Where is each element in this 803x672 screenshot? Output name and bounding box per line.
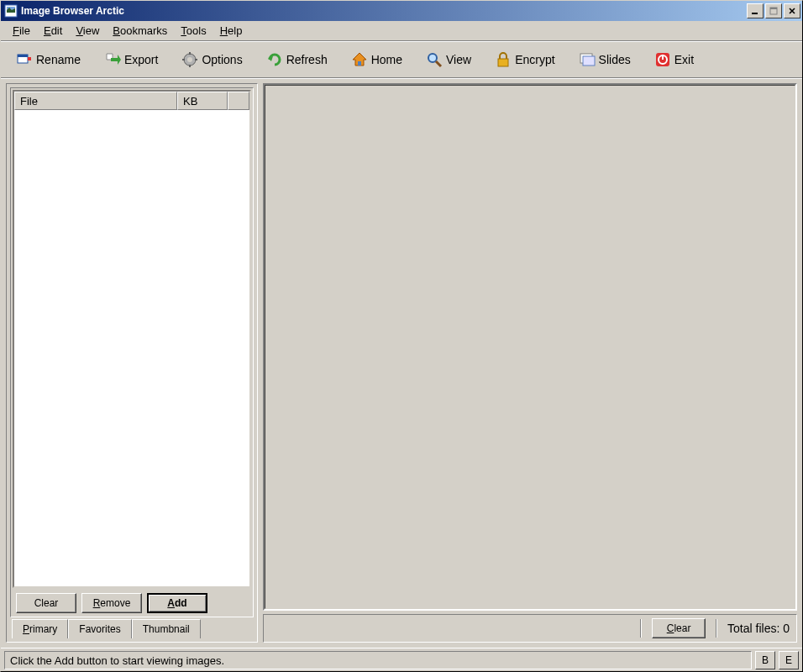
- svg-line-16: [436, 61, 441, 66]
- svg-rect-19: [583, 56, 595, 66]
- rename-label: Rename: [36, 53, 81, 66]
- view-label: View: [446, 53, 471, 66]
- content-area: File KB Clear Remove Add Primary Favorit…: [1, 78, 802, 648]
- remove-button[interactable]: Remove: [81, 593, 142, 613]
- slides-icon: [579, 51, 596, 68]
- app-icon: [4, 4, 18, 18]
- status-text: Click the Add button to start viewing im…: [4, 651, 752, 669]
- titlebar-text: Image Browser Arctic: [21, 5, 745, 17]
- svg-rect-17: [498, 59, 508, 66]
- svg-point-15: [428, 54, 437, 62]
- clear-button[interactable]: Clear: [16, 593, 76, 613]
- menu-tools[interactable]: Tools: [174, 22, 213, 39]
- col-file[interactable]: File: [14, 92, 177, 110]
- statusbar: Click the Add button to start viewing im…: [1, 648, 802, 671]
- right-pane: Clear Total files: 0: [263, 83, 797, 643]
- menu-file[interactable]: File: [6, 22, 37, 39]
- svg-rect-6: [18, 55, 28, 57]
- titlebar: Image Browser Arctic: [1, 1, 802, 21]
- refresh-label: Refresh: [286, 53, 328, 66]
- export-button[interactable]: Export: [96, 48, 166, 71]
- lock-icon: [495, 51, 512, 68]
- svg-rect-4: [770, 8, 777, 9]
- minimize-button[interactable]: [747, 3, 764, 18]
- list-body[interactable]: [14, 110, 249, 586]
- refresh-button[interactable]: Refresh: [258, 48, 336, 71]
- export-icon: [104, 51, 121, 68]
- menubar: File Edit View Bookmarks Tools Help: [1, 21, 802, 41]
- left-button-row: Clear Remove Add: [13, 588, 251, 615]
- col-extra[interactable]: [228, 92, 249, 110]
- menu-help[interactable]: Help: [213, 22, 249, 39]
- refresh-icon: [266, 51, 283, 68]
- menu-edit[interactable]: Edit: [37, 22, 69, 39]
- tab-thumbnail[interactable]: Thumbnail: [132, 619, 201, 638]
- maximize-button[interactable]: [765, 3, 782, 18]
- preview-area: [263, 83, 797, 611]
- options-button[interactable]: Options: [173, 48, 250, 71]
- exit-button[interactable]: Exit: [646, 48, 702, 71]
- left-tabs: Primary Favorites Thumbnail: [10, 619, 254, 638]
- svg-rect-2: [752, 13, 758, 14]
- list-header: File KB: [14, 92, 249, 110]
- divider: [716, 619, 717, 638]
- right-clear-button[interactable]: Clear: [652, 618, 706, 638]
- gear-icon: [181, 51, 198, 68]
- file-listview[interactable]: File KB: [13, 90, 251, 588]
- slides-label: Slides: [599, 53, 631, 66]
- view-button[interactable]: View: [417, 48, 480, 71]
- tab-primary[interactable]: Primary: [12, 619, 68, 638]
- options-label: Options: [202, 53, 242, 66]
- rename-icon: [16, 51, 33, 68]
- home-icon: [351, 51, 368, 68]
- magnifier-icon: [426, 51, 443, 68]
- total-files-label: Total files: 0: [727, 622, 790, 635]
- close-button[interactable]: [784, 3, 800, 18]
- col-kb[interactable]: KB: [177, 92, 228, 110]
- right-bottom-bar: Clear Total files: 0: [263, 614, 797, 643]
- svg-point-9: [187, 57, 192, 62]
- menu-view[interactable]: View: [69, 22, 106, 39]
- home-button[interactable]: Home: [343, 48, 411, 71]
- status-e-button[interactable]: E: [779, 651, 799, 669]
- toolbar: Rename Export Options Refresh Home View …: [1, 41, 802, 78]
- encrypt-button[interactable]: Encrypt: [486, 48, 563, 71]
- svg-rect-14: [358, 61, 361, 66]
- left-pane: File KB Clear Remove Add Primary Favorit…: [6, 83, 258, 643]
- divider: [640, 619, 642, 638]
- tab-favorites[interactable]: Favorites: [68, 619, 131, 638]
- slides-button[interactable]: Slides: [570, 48, 639, 71]
- add-button[interactable]: Add: [147, 593, 207, 613]
- svg-rect-7: [28, 57, 31, 60]
- exit-label: Exit: [674, 53, 694, 66]
- rename-button[interactable]: Rename: [8, 48, 89, 71]
- app-window: Image Browser Arctic File Edit View Book…: [0, 0, 803, 672]
- encrypt-label: Encrypt: [515, 53, 554, 66]
- status-b-button[interactable]: B: [755, 651, 775, 669]
- home-label: Home: [371, 53, 402, 66]
- menu-bookmarks[interactable]: Bookmarks: [106, 22, 174, 39]
- export-label: Export: [124, 53, 158, 66]
- exit-icon: [654, 51, 671, 68]
